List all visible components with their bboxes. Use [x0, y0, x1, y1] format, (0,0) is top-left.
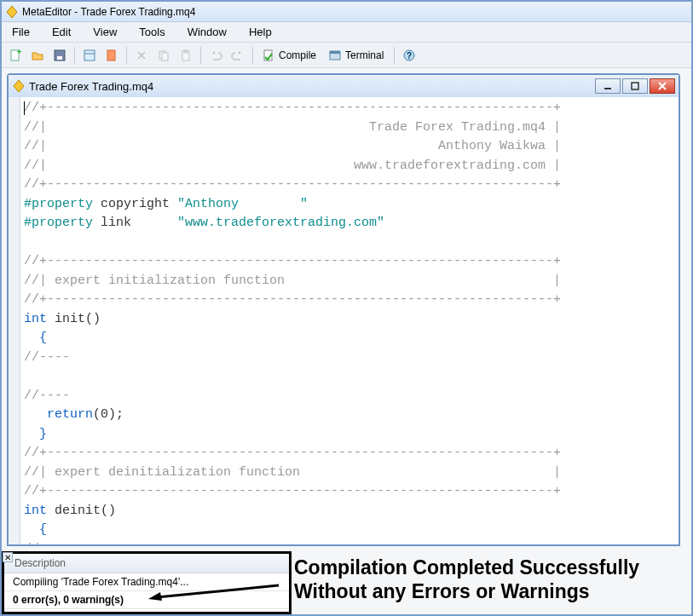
svg-rect-19 [632, 83, 638, 89]
close-button[interactable] [650, 78, 675, 94]
copy-icon [153, 45, 174, 66]
help-icon[interactable]: ? [399, 45, 419, 66]
new-file-icon[interactable]: + [5, 45, 26, 66]
panel-close-icon[interactable]: ✕ [3, 552, 13, 562]
cut-icon [131, 45, 152, 66]
app-titlebar[interactable]: MetaEditor - Trade Forex Trading.mq4 [2, 2, 691, 22]
svg-marker-17 [14, 80, 24, 92]
mdi-area: Trade Forex Trading.mq4 //+-------------… [2, 68, 691, 614]
annotation-text: Compilation Completed Successfully Witho… [294, 556, 639, 605]
svg-text:?: ? [407, 51, 412, 60]
compiler-output-panel: ✕ Description Compiling 'Trade Forex Tra… [2, 551, 292, 614]
document-title: Trade Forex Trading.mq4 [29, 80, 153, 93]
save-icon[interactable] [49, 45, 70, 66]
toolbar-separator [200, 47, 201, 64]
menu-tools[interactable]: Tools [132, 24, 171, 40]
menu-window[interactable]: Window [181, 24, 234, 40]
redo-icon [228, 45, 248, 66]
panel-header: Description [4, 554, 289, 573]
svg-rect-5 [84, 50, 95, 60]
menu-view[interactable]: View [86, 24, 124, 40]
document-window: Trade Forex Trading.mq4 //+-------------… [7, 73, 680, 546]
document-titlebar[interactable]: Trade Forex Trading.mq4 [9, 75, 679, 97]
compile-result-row[interactable]: 0 error(s), 0 warning(s) [4, 591, 289, 609]
toolbar-separator [74, 47, 75, 64]
compile-button[interactable]: Compile [257, 45, 322, 66]
toolbar: + Compile Terminal ? [2, 43, 691, 68]
terminal-label: Terminal [345, 49, 384, 61]
navigator-icon[interactable] [79, 45, 100, 66]
menu-file[interactable]: File [5, 24, 37, 40]
app-window: MetaEditor - Trade Forex Trading.mq4 Fil… [0, 0, 693, 616]
terminal-button[interactable]: Terminal [324, 45, 390, 66]
maximize-button[interactable] [622, 78, 648, 94]
compile-status-row[interactable]: Compiling 'Trade Forex Trading.mq4'... [4, 573, 289, 591]
window-buttons [595, 78, 675, 94]
svg-rect-11 [184, 50, 188, 53]
compile-label: Compile [279, 49, 316, 61]
code-editor[interactable]: //+-------------------------------------… [9, 97, 679, 544]
svg-rect-4 [57, 56, 62, 60]
svg-text:+: + [17, 49, 21, 56]
paste-icon [176, 45, 196, 66]
minimize-button[interactable] [595, 78, 621, 94]
menubar: File Edit View Tools Window Help [2, 22, 691, 43]
document-icon [12, 79, 26, 93]
app-icon [5, 5, 19, 19]
svg-marker-0 [7, 6, 17, 18]
toolbar-separator [394, 47, 395, 64]
editor-gutter [9, 97, 20, 544]
svg-rect-14 [330, 51, 340, 54]
toolbar-separator [252, 47, 253, 64]
app-title: MetaEditor - Trade Forex Trading.mq4 [22, 6, 195, 18]
annotation-line-1: Compilation Completed Successfully [294, 556, 639, 580]
menu-help[interactable]: Help [242, 24, 279, 40]
svg-rect-9 [162, 53, 168, 60]
annotation-line-2: Without any Errors or Warnings [294, 579, 639, 604]
undo-icon [205, 45, 226, 66]
toolbox-icon[interactable] [101, 45, 122, 66]
svg-rect-7 [107, 50, 115, 60]
code-content[interactable]: //+-------------------------------------… [20, 97, 679, 544]
menu-edit[interactable]: Edit [45, 24, 78, 40]
toolbar-separator [126, 47, 127, 64]
open-file-icon[interactable] [27, 45, 48, 66]
